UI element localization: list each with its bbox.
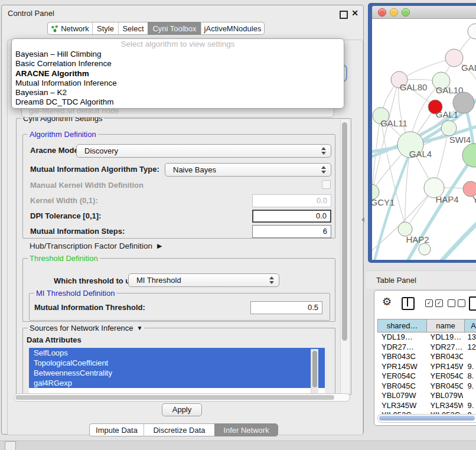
algorithm-option-bayesian-k2[interactable]: Bayesian – K2: [12, 88, 344, 97]
bottom-tab-impute-data-label: Impute Data: [96, 426, 138, 435]
bottom-tab-discretize-data[interactable]: Discretize Data: [144, 423, 214, 436]
table-row[interactable]: YDL19…YDL19…13: [377, 332, 476, 343]
close-icon[interactable]: ✕: [351, 8, 358, 18]
table-row[interactable]: YBL079WYBL079W: [377, 391, 476, 401]
panel-splitter-arrow-icon[interactable]: [361, 217, 364, 222]
network-node-label: GAL4: [409, 149, 432, 159]
column-header-name[interactable]: name: [427, 319, 465, 332]
table-row[interactable]: YDR27…YDR27…12: [377, 343, 476, 353]
network-node-label: Y: [472, 194, 476, 204]
algorithm-option-mutual-information-inference[interactable]: Mutual Information Inference: [12, 79, 344, 88]
apply-button[interactable]: Apply: [162, 403, 202, 416]
mac-minimize-icon[interactable]: [390, 8, 398, 17]
table-row[interactable]: YBR045CYBR045C9.: [377, 381, 476, 392]
mi-algorithm-type-combo[interactable]: Naive Bayes: [165, 163, 331, 177]
tab-jactivemnodules[interactable]: jActiveMNodules: [201, 22, 265, 35]
mac-zoom-icon[interactable]: [402, 8, 410, 17]
algorithm-option-bayesian-hill-climbing[interactable]: Bayesian – Hill Climbing: [12, 50, 344, 59]
network-edge-thick[interactable]: [438, 223, 476, 260]
sources-group-title[interactable]: Sources for Network Inference ▼: [28, 324, 144, 332]
tab-jactivemnodules-label: jActiveMNodules: [204, 24, 262, 33]
attributes-list-scrollbar[interactable]: [311, 349, 318, 393]
attribute-item-betweennesscentrality[interactable]: BetweennessCentrality: [29, 368, 325, 378]
column-header-a[interactable]: A: [465, 319, 476, 332]
aracne-mode-combo[interactable]: Discovery: [76, 144, 331, 158]
table-row[interactable]: YBR043CYBR043C: [377, 352, 476, 362]
tab-network[interactable]: Network: [47, 22, 92, 35]
stepper-arrows-icon: [321, 166, 326, 174]
network-node[interactable]: [468, 24, 476, 39]
dpi-tolerance-field[interactable]: 0.0: [252, 210, 331, 223]
select-all-checkboxes-icon[interactable]: ✓✓: [425, 299, 443, 307]
bottom-tab-discretize-data-label: Discretize Data: [153, 426, 205, 435]
algorithm-option-dream8-dc-tdc-algorithm[interactable]: Dream8 DC_TDC Algorithm: [12, 97, 344, 107]
cyni-bottom-tab-bar: Impute DataDiscretize DataInfer Network: [89, 423, 278, 436]
tab-cyni-toolbox[interactable]: Cyni Toolbox: [148, 22, 201, 35]
table-cell: YBR045C: [377, 381, 426, 392]
bottom-tab-infer-network-label: Infer Network: [223, 426, 269, 435]
table-row[interactable]: YER054CYER054C8.: [377, 371, 476, 381]
hub-factor-expander[interactable]: Hub/Transcription Factor Definition ▶: [30, 242, 162, 250]
page-icon[interactable]: [469, 296, 476, 311]
network-node-gal8[interactable]: [445, 49, 463, 67]
table-cell: YER054C: [426, 371, 464, 381]
settings-horizontal-scrollbar[interactable]: [14, 393, 350, 402]
network-window: GAL8GAL80GAL10GAL1GAL11SWI4GAL4GCY1HAP4Y…: [372, 6, 476, 260]
table-cell: YPR145W: [426, 362, 464, 372]
network-node-label: GAL8: [461, 63, 476, 73]
bottom-tab-infer-network[interactable]: Infer Network: [214, 423, 278, 436]
tab-select-label: Select: [122, 24, 144, 33]
network-node-swi4[interactable]: [441, 120, 457, 136]
float-window-icon[interactable]: [340, 11, 348, 19]
tab-style[interactable]: Style: [92, 22, 118, 35]
network-canvas[interactable]: GAL8GAL80GAL10GAL1GAL11SWI4GAL4GCY1HAP4Y…: [372, 19, 476, 260]
table-cell: YDL19…: [426, 332, 464, 343]
table-panel-title: Table Panel: [376, 276, 416, 285]
attribute-item-topologicalcoefficient[interactable]: TopologicalCoefficient: [29, 358, 325, 368]
column-header-shared[interactable]: shared…: [377, 319, 427, 332]
table-horizontal-scrollbar[interactable]: [377, 414, 476, 423]
corner-widget-icon[interactable]: [5, 441, 16, 450]
table-row[interactable]: YLR345WYLR345W9.: [377, 401, 476, 411]
mi-algorithm-type-label: Mutual Information Algorithm Type:: [30, 165, 159, 174]
algorithm-definition-title: Algorithm Definition: [28, 130, 98, 139]
tab-select[interactable]: Select: [118, 22, 148, 35]
network-node[interactable]: [462, 144, 476, 167]
table-rows: YDL19…YDL19…13YDR27…YDR27…12YBR043CYBR04…: [374, 332, 476, 414]
algorithm-popup-items: Bayesian – Hill ClimbingBasic Correlatio…: [12, 50, 344, 107]
which-threshold-value: MI Threshold: [136, 276, 269, 285]
network-node-label: GAL80: [400, 82, 428, 92]
manual-kernel-width-checkbox[interactable]: [322, 180, 331, 189]
algorithm-option-basic-correlation-inference[interactable]: Basic Correlation Inference: [12, 59, 344, 69]
table-cell: 8.: [463, 371, 476, 381]
network-window-titlebar[interactable]: [372, 6, 476, 19]
attribute-item-selfloops[interactable]: SelfLoops: [29, 348, 325, 358]
table-cell: [463, 352, 476, 362]
stepper-arrows-icon: [321, 147, 326, 155]
table-cell: YDR27…: [377, 343, 426, 353]
data-attributes-label: Data Attributes: [27, 335, 81, 344]
mi-threshold-field[interactable]: 0.5: [250, 301, 322, 314]
split-view-icon[interactable]: [402, 297, 415, 310]
expander-collapsed-icon: ▶: [157, 242, 162, 250]
algorithm-option-aracne-algorithm[interactable]: ARACNE Algorithm: [12, 69, 344, 79]
mac-close-icon[interactable]: [378, 8, 386, 17]
bottom-strip: [0, 441, 476, 450]
table-row[interactable]: YPR145WYPR145W9.: [377, 362, 476, 372]
which-threshold-combo[interactable]: MI Threshold: [128, 273, 279, 287]
network-edge[interactable]: [372, 82, 398, 192]
network-node[interactable]: [453, 92, 474, 113]
table-cell: [463, 391, 476, 401]
deselect-checkboxes-icon[interactable]: [448, 299, 465, 307]
settings-vertical-scrollbar[interactable]: [340, 120, 349, 393]
screen: Control Panel ✕ NetworkStyleSelectCyni T…: [0, 0, 476, 450]
table-cell: 13: [463, 332, 476, 343]
settings-gear-icon[interactable]: ⚙: [382, 296, 392, 307]
table-cell: YBR045C: [426, 381, 464, 392]
bottom-tab-impute-data[interactable]: Impute Data: [89, 423, 144, 436]
attribute-item-gal4rgexp[interactable]: gal4RGexp: [29, 378, 325, 388]
mi-steps-field[interactable]: 6: [252, 225, 331, 238]
network-node[interactable]: [419, 243, 431, 255]
kernel-width-field[interactable]: 0.0: [252, 194, 331, 207]
table-cell: 9.: [463, 362, 476, 372]
